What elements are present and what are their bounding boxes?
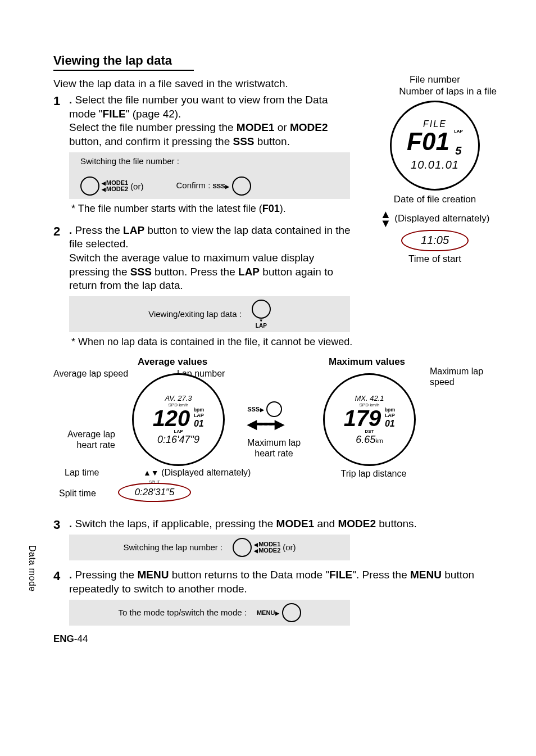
section-title: Viewing the lap data (53, 53, 194, 71)
menu-label: MENU (257, 609, 279, 616)
bold: SSS (233, 135, 255, 147)
watch-file-number: F01 (407, 129, 449, 154)
time-value: 11:05 (421, 234, 449, 247)
bold: MODE2 (338, 518, 376, 529)
or-text: (or) (130, 181, 143, 192)
max-speed: MX. 42.1 (355, 394, 384, 402)
avg-speed: AV. 27.3 (165, 394, 192, 402)
instruction-box: Viewing/exiting lap data : ▼ LAP (69, 296, 350, 332)
lap-button-icon: ▼ LAP (252, 300, 271, 329)
text: or (274, 121, 289, 133)
mode2-label: MODE2 (254, 547, 280, 554)
bold: FILE (103, 108, 126, 120)
lap-label: LAP (256, 323, 267, 329)
disp-alt: (Displayed alternately) (161, 468, 251, 477)
split-pill: SPLIT 0:28'31"5 (118, 483, 191, 502)
or-text: (or) (283, 542, 296, 553)
avg-hr-value: 120 (153, 408, 190, 429)
lap-count: 5 (455, 144, 461, 157)
instruction-box: Switching the file number : MODE1 MODE2 … (69, 152, 350, 200)
footer-lang: ENG (53, 633, 74, 644)
instruction-box: Switching the lap number : MODE1 MODE2 (… (69, 535, 350, 560)
sss-label: SSS (212, 183, 229, 189)
note: * When no lap data is contained in the f… (69, 336, 357, 348)
step-4: 4. Pressing the MENU button returns to t… (53, 568, 502, 625)
note-bold: F01 (262, 203, 280, 214)
split-lbl: SPLIT (149, 480, 160, 484)
menu-button-icon (282, 603, 301, 622)
watch-average: AV. 27.3 SPD km/h 120 bpm LAP 01 LAP 0:1… (132, 373, 225, 466)
max-hr-value: 179 (344, 408, 381, 429)
values-diagram: Average values Maximum values Average la… (53, 356, 502, 514)
box-label: To the mode top/switch the mode : (118, 607, 246, 618)
mode-labels: MODE1 MODE2 (254, 541, 280, 554)
bold: MODE2 (290, 121, 328, 133)
km-unit: km (375, 438, 383, 444)
split-value: 0:28'31"5 (135, 487, 175, 497)
dst-label: DST (365, 429, 374, 434)
sss-button-icon (232, 176, 251, 196)
lap-mid-label: LAP (174, 429, 183, 434)
bpm-label: bpm (193, 407, 204, 413)
trip-dist-label: Trip lap distance (329, 469, 419, 479)
displayed-alt: (Displayed alternately) (394, 213, 489, 224)
text: button, and confirm it pressing the (69, 135, 233, 147)
time-pill: 11:05 (401, 230, 469, 251)
watch-face-file: FILE F01 LAP 5 10.01.01 (390, 101, 480, 191)
text: Pressing the (75, 569, 138, 581)
text: Press the (75, 224, 124, 236)
bpm-label: bpm (384, 407, 395, 413)
time-caption: Time of start (367, 253, 502, 265)
text: ". Press the (352, 569, 410, 581)
lap-time-value: 0:16'47"9 (157, 434, 199, 446)
lap-time-label: Lap time (65, 468, 99, 478)
trip-dist-value: 6.65 (356, 434, 375, 445)
text: Select the file number pressing the (69, 121, 237, 133)
page-footer: ENG-44 (53, 633, 88, 645)
split-time-label: Split time (59, 488, 96, 499)
avg-hr-label: Average lap heart rate (53, 429, 115, 450)
note: * The file number starts with the latest… (69, 202, 357, 215)
lap-label: LAP (454, 129, 463, 134)
text: button returns to the Data mode " (169, 569, 329, 581)
instruction-box: To the mode top/switch the mode : MENU (69, 600, 350, 626)
max-hr-label: Maximum lap heart rate (242, 438, 306, 459)
max-title: Maximum values (329, 356, 405, 368)
mode-button-icon (80, 176, 99, 196)
text: " (page 42). (126, 108, 181, 120)
text: Switch the laps, if applicable, pressing… (75, 518, 276, 529)
bold: FILE (329, 569, 352, 581)
bold: MENU (137, 569, 169, 581)
max-lap-speed-label: Maximum lap speed (430, 366, 497, 387)
mode-button-icon (233, 538, 252, 557)
sss-toggle: SSS ◀━━━━▶ (247, 401, 282, 432)
confirm-label: Confirm : (176, 180, 210, 190)
step-number: 2 (53, 224, 60, 240)
text: button. Press the (152, 266, 238, 278)
watch-maximum: MX. 42.1 SPD km/h 179 bpm LAP 01 DST 6.6… (323, 373, 416, 466)
step-1: 1. Select the file number you want to vi… (53, 93, 357, 216)
bold: MODE1 (276, 518, 315, 529)
right-diagram: File number Number of laps in a file FIL… (367, 73, 502, 266)
alternate-icon: ▲▼ (380, 210, 392, 228)
watch-date: 10.01.01 (411, 159, 459, 171)
file-number-caption: File number (367, 74, 502, 85)
lap-label: LAP (385, 413, 395, 418)
step-number: 4 (53, 568, 60, 585)
sss-label: SSS (247, 406, 264, 413)
text: and (314, 518, 338, 529)
text: button. (255, 135, 290, 147)
step-number: 1 (53, 93, 60, 110)
bold: SSS (130, 266, 152, 278)
note-text: ). (280, 203, 286, 214)
bold: MENU (410, 569, 442, 581)
step-3: 3. Switch the laps, if applicable, press… (53, 517, 502, 560)
lap-label: LAP (194, 413, 204, 418)
bold: LAP (238, 266, 260, 278)
note-text: * The file number starts with the latest… (71, 203, 262, 214)
box-label: Switching the lap number : (123, 542, 222, 553)
bold: LAP (123, 224, 144, 236)
avg-title: Average values (138, 356, 207, 368)
laps-in-file-caption: Number of laps in a file (367, 87, 502, 97)
bold: MODE1 (237, 121, 275, 133)
